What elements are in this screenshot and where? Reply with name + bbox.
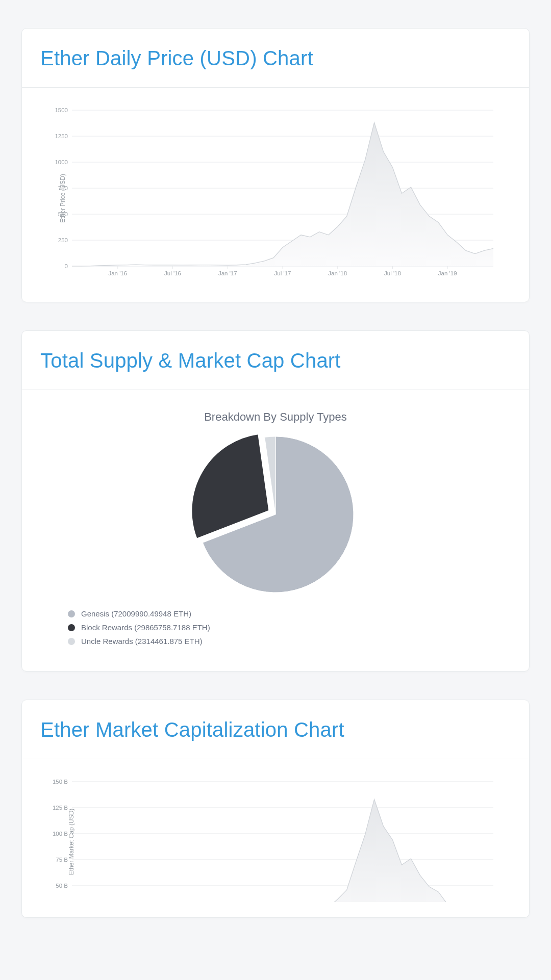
svg-text:150 B: 150 B [53, 779, 68, 785]
svg-text:0: 0 [65, 263, 68, 269]
pie-legend: Genesis (72009990.49948 ETH) Block Rewar… [68, 609, 511, 651]
mcap-card: Ether Market Capitalization Chart Ether … [21, 700, 530, 918]
price-card: Ether Daily Price (USD) Chart Ether Pric… [21, 28, 530, 302]
svg-text:Jul '18: Jul '18 [384, 270, 401, 276]
svg-text:1000: 1000 [55, 159, 68, 165]
price-y-axis-label: Ether Price (USD) [59, 174, 66, 223]
svg-text:50 B: 50 B [56, 883, 68, 889]
svg-text:Jul '17: Jul '17 [274, 270, 291, 276]
legend-label: Genesis (72009990.49948 ETH) [81, 609, 191, 618]
card-header: Total Supply & Market Cap Chart [22, 331, 529, 390]
pie-subtitle: Breakdown By Supply Types [40, 410, 511, 424]
mcap-chart-title-link[interactable]: Ether Market Capitalization Chart [40, 718, 344, 741]
legend-swatch-icon [68, 624, 75, 631]
legend-swatch-icon [68, 638, 75, 645]
legend-item-genesis: Genesis (72009990.49948 ETH) [68, 609, 252, 618]
card-header: Ether Market Capitalization Chart [22, 700, 529, 759]
legend-swatch-icon [68, 610, 75, 617]
svg-text:Jan '18: Jan '18 [328, 270, 347, 276]
svg-text:Jan '16: Jan '16 [108, 270, 127, 276]
svg-text:Jan '19: Jan '19 [438, 270, 457, 276]
supply-card: Total Supply & Market Cap Chart Breakdow… [21, 330, 530, 672]
supply-chart-title-link[interactable]: Total Supply & Market Cap Chart [40, 349, 341, 372]
legend-item-uncle: Uncle Rewards (2314461.875 ETH) [68, 637, 252, 646]
legend-label: Block Rewards (29865758.7188 ETH) [81, 623, 210, 632]
mcap-y-axis-label: Ether Market Cap (USD) [68, 809, 75, 875]
svg-text:Jul '16: Jul '16 [164, 270, 181, 276]
supply-pie-chart [40, 428, 511, 596]
svg-text:75 B: 75 B [56, 857, 68, 863]
svg-text:1500: 1500 [55, 107, 68, 113]
legend-label: Uncle Rewards (2314461.875 ETH) [81, 637, 203, 646]
svg-text:250: 250 [58, 237, 68, 243]
card-header: Ether Daily Price (USD) Chart [22, 29, 529, 88]
svg-text:1250: 1250 [55, 133, 68, 139]
legend-item-block: Block Rewards (29865758.7188 ETH) [68, 623, 252, 632]
svg-text:100 B: 100 B [53, 831, 68, 837]
svg-text:125 B: 125 B [53, 805, 68, 811]
price-chart: Ether Price (USD) 0250500750100012501500… [40, 103, 511, 287]
svg-text:Jan '17: Jan '17 [218, 270, 237, 276]
price-chart-title-link[interactable]: Ether Daily Price (USD) Chart [40, 47, 313, 69]
mcap-chart: Ether Market Cap (USD) 50 B75 B100 B125 … [40, 775, 511, 902]
